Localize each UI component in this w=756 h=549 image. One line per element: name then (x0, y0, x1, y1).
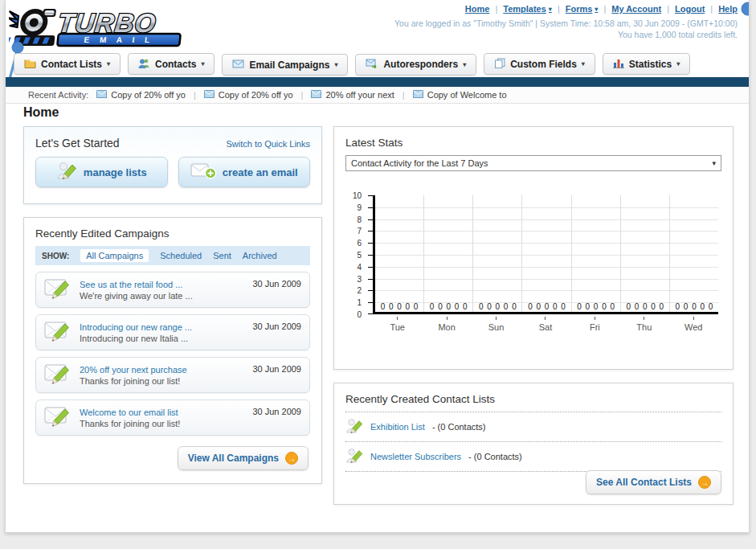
value-label: 0 (414, 302, 419, 311)
envelope-icon (413, 90, 423, 100)
header-link-forms[interactable]: Forms▾ (566, 4, 599, 14)
y-tick (368, 243, 373, 244)
see-all-contact-lists-button[interactable]: See All Contact Lists → (586, 470, 721, 494)
envelope-pencil-icon (44, 405, 72, 430)
create-email-icon (190, 162, 216, 182)
switch-quick-links-link[interactable]: Switch to Quick Links (226, 139, 310, 149)
recent-activity-item[interactable]: Copy of 20% off yo (96, 90, 186, 100)
envelope-pencil-icon (44, 363, 72, 387)
main-navigation: Contact Lists▾Contacts▾Email Campaigns▾A… (14, 53, 697, 76)
envelope-icon (311, 90, 321, 100)
chevron-down-icon: ▾ (712, 159, 716, 167)
campaign-row[interactable]: 20% off your next purchaseThanks for joi… (35, 357, 310, 393)
manage-lists-button[interactable]: manage lists (35, 157, 168, 187)
header-link-home[interactable]: Home (465, 4, 490, 14)
separator: | (558, 4, 560, 14)
chart-group: 00000 (375, 195, 424, 312)
value-label: 0 (496, 302, 501, 311)
page-title: Home (23, 105, 59, 120)
button-label: manage lists (84, 166, 147, 178)
tab-label: Custom Fields (510, 59, 577, 70)
filter-archived[interactable]: Archived (243, 251, 277, 260)
right-column: Latest Stats Contact Activity for the La… (333, 126, 734, 518)
latest-stats-title: Latest Stats (345, 137, 721, 149)
header-link-help[interactable]: Help (718, 4, 738, 14)
header-link-logout[interactable]: Logout (675, 4, 705, 14)
tab-contact-lists[interactable]: Contact Lists▾ (14, 53, 121, 75)
y-tick (368, 231, 373, 231)
x-axis-label: Tue (373, 317, 422, 332)
value-label: 0 (487, 302, 492, 311)
chevron-down-icon: ▾ (595, 6, 598, 13)
campaign-filters: All CampaignsScheduledSentArchived (80, 249, 276, 262)
contact-lists-panel: Recently Created Contact Lists Exhibitio… (333, 383, 734, 505)
value-label: 0 (651, 302, 656, 311)
recent-activity-item[interactable]: 20% off your next (311, 90, 394, 100)
chevron-down-icon: ▾ (463, 61, 466, 68)
show-label: SHOW: (42, 252, 69, 260)
campaign-title-link[interactable]: See us at the retail food ... (80, 280, 193, 289)
manage-lists-icon (56, 161, 77, 183)
folder-icon (24, 58, 36, 71)
campaign-title-link[interactable]: Welcome to our email list (80, 408, 180, 417)
chart-group: 00000 (522, 195, 571, 312)
recent-activity-bar: Recent Activity: Copy of 20% off yo|Copy… (6, 87, 749, 104)
create-an-email-button[interactable]: create an email (178, 157, 311, 187)
tab-label: Autoresponders (383, 59, 458, 70)
filter-sent[interactable]: Sent (213, 251, 231, 260)
value-label: 0 (709, 302, 713, 311)
campaign-title-link[interactable]: 20% off your next purchase (80, 365, 187, 375)
value-label: 0 (545, 302, 550, 311)
campaign-title-link[interactable]: Introducing our new range ... (80, 322, 192, 332)
header-link-templates[interactable]: Templates▾ (503, 4, 552, 14)
value-label: 0 (610, 302, 615, 311)
contact-list-row: Newsletter Subscribers- (0 Contacts) (345, 442, 721, 472)
value-label: 0 (536, 302, 541, 311)
tab-email-campaigns[interactable]: Email Campaigns▾ (222, 54, 348, 76)
tab-autoresponders[interactable]: Autoresponders▾ (355, 54, 476, 76)
y-axis-label: 8 (357, 215, 362, 223)
header-link-my-account[interactable]: My Account (611, 4, 661, 14)
campaign-row[interactable]: Introducing our new range ...Introducing… (35, 314, 310, 350)
envelope-pencil-icon (44, 320, 72, 345)
turbo-email-logo: TURBO E M A I L (9, 2, 195, 51)
recent-activity-item[interactable]: Copy of 20% off yo (204, 90, 293, 100)
header-link-label: Forms (566, 4, 593, 14)
contact-list-link[interactable]: Newsletter Subscribers (370, 452, 461, 461)
recent-activity-item[interactable]: Copy of Welcome to (413, 90, 507, 100)
latest-stats-panel: Latest Stats Contact Activity for the La… (333, 126, 734, 370)
value-label: 0 (397, 302, 402, 311)
separator: | (403, 90, 405, 100)
filter-all-campaigns[interactable]: All Campaigns (80, 249, 149, 262)
y-tick (368, 219, 373, 220)
tab-statistics[interactable]: Statistics▾ (603, 53, 690, 75)
tab-contacts[interactable]: Contacts▾ (128, 53, 215, 75)
view-all-campaigns-button[interactable]: View All Campaigns → (178, 446, 309, 470)
campaign-subtitle: Thanks for joining our list! (80, 376, 187, 386)
envelope-pencil-icon (44, 277, 72, 302)
arrow-right-icon: → (698, 476, 711, 489)
campaign-row[interactable]: See us at the retail food ...We're givin… (35, 272, 310, 308)
filter-scheduled[interactable]: Scheduled (160, 251, 202, 260)
campaign-row[interactable]: Welcome to our email listThanks for join… (35, 399, 310, 436)
tab-label: Email Campaigns (249, 59, 329, 71)
credits-text: You have 1,000 total credits left. (394, 29, 738, 40)
y-tick (368, 207, 373, 208)
button-label: create an email (223, 166, 298, 178)
chevron-down-icon: ▾ (582, 60, 585, 68)
tab-custom-fields[interactable]: Custom Fields▾ (484, 53, 595, 75)
stats-period-select[interactable]: Contact Activity for the Last 7 Days ▾ (345, 155, 721, 171)
value-labels: 00000 (377, 302, 422, 311)
envelope-icon (96, 90, 107, 100)
value-label: 0 (504, 302, 509, 311)
recent-activity-item-label: 20% off your next (325, 90, 394, 100)
value-label: 0 (446, 302, 451, 311)
y-axis-label: 4 (357, 262, 362, 271)
y-tick (368, 302, 373, 303)
x-axis-label: Wed (669, 317, 718, 332)
contact-pencil-icon (345, 447, 363, 466)
contact-pencil-icon (345, 417, 363, 436)
contact-list-link[interactable]: Exhibition List (370, 422, 425, 432)
value-label: 0 (660, 302, 664, 311)
chevron-down-icon: ▾ (334, 61, 337, 68)
